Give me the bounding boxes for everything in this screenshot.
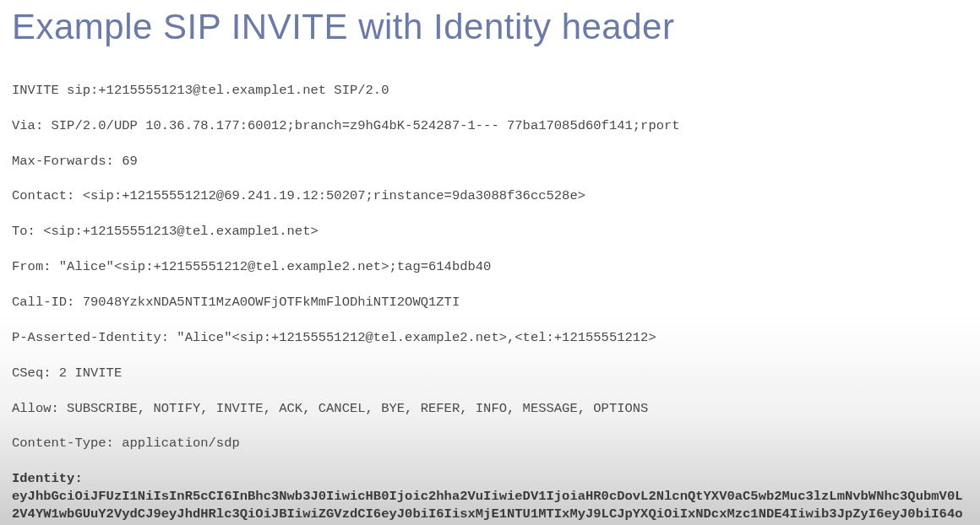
- sip-content-type-header: Content-Type: application/sdp: [12, 435, 968, 452]
- sip-cseq-header: CSeq: 2 INVITE: [12, 365, 968, 382]
- sip-allow-header: Allow: SUBSCRIBE, NOTIFY, INVITE, ACK, C…: [12, 400, 968, 418]
- sip-contact-header: Contact: <sip:+12155551212@69.241.19.12:…: [12, 187, 968, 205]
- sip-via-header: Via: SIP/2.0/UDP 10.36.78.177:60012;bran…: [12, 117, 968, 135]
- slide-title: Example SIP INVITE with Identity header: [12, 7, 968, 47]
- sip-identity-header: Identity: eyJhbGciOiJFUzI1NiIsInR5cCI6In…: [12, 470, 968, 525]
- sip-max-forwards-header: Max-Forwards: 69: [12, 153, 968, 170]
- sip-p-asserted-identity-header: P-Asserted-Identity: "Alice"<sip:+121555…: [12, 329, 968, 347]
- sip-to-header: To: <sip:+12155551213@tel.example1.net>: [12, 223, 968, 241]
- sip-from-header: From: "Alice"<sip:+12155551212@tel.examp…: [12, 258, 968, 276]
- sip-request-line: INVITE sip:+12155551213@tel.example1.net…: [12, 82, 968, 100]
- sip-call-id-header: Call-ID: 79048YzkxNDA5NTI1MzA0OWFjOTFkMm…: [12, 294, 968, 311]
- sip-message-block: INVITE sip:+12155551213@tel.example1.net…: [12, 64, 968, 525]
